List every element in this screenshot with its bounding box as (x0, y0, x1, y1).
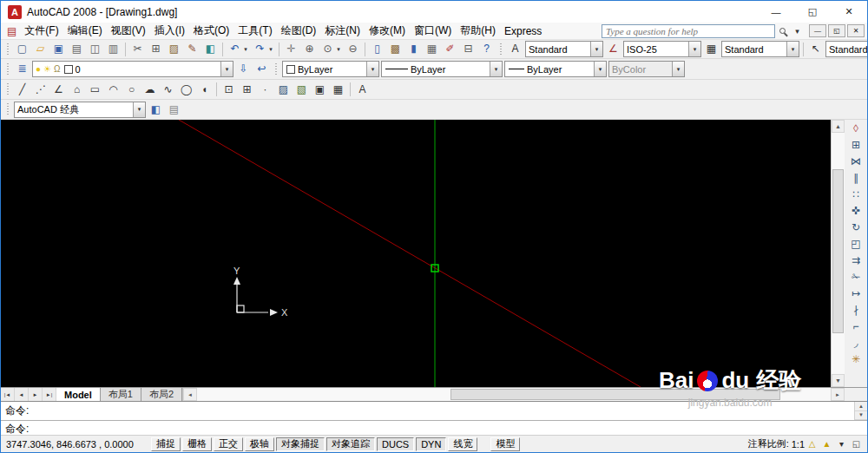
multileader-style-combo[interactable]: Standard ▾ (825, 41, 867, 57)
status-toggle-button[interactable]: DYN (416, 437, 446, 451)
combo-dropdown-arrow[interactable]: ▾ (133, 102, 145, 117)
dropdown-arrow-icon[interactable]: ▾ (267, 46, 274, 53)
toolbar-button[interactable]: ▭ (86, 82, 104, 98)
layer-freeze-sun-icon[interactable]: ☀ (43, 65, 51, 74)
save-workspace-button[interactable]: ▤ (165, 102, 183, 118)
vertical-scrollbar-track[interactable] (832, 133, 845, 374)
toolbar-button[interactable]: ▦ (423, 41, 441, 57)
toolbar-button[interactable]: ↶ ▾ (226, 41, 251, 57)
command-window[interactable]: 命令: 命令: ▲ ▼ (1, 401, 867, 435)
scroll-up-icon[interactable]: ▲ (832, 120, 845, 133)
horizontal-scrollbar-thumb[interactable] (450, 389, 780, 400)
menu-item[interactable]: 窗口(W) (410, 23, 456, 39)
minimize-button[interactable]: — (758, 1, 794, 23)
status-toggle-button[interactable]: 栅格 (182, 437, 212, 451)
layout-tab[interactable]: 布局2 (141, 388, 182, 401)
toolbar-button[interactable]: A (506, 41, 524, 57)
toolbar-button[interactable]: ↻ (847, 220, 865, 236)
scroll-right-icon[interactable]: ► (831, 388, 845, 401)
help-search-input[interactable]: Type a question for help (602, 24, 775, 38)
toolbar-button[interactable]: ◰ (847, 236, 865, 253)
mdi-minimize-button[interactable]: — (809, 24, 826, 37)
close-button[interactable]: ✕ (831, 1, 867, 23)
toolbar-button[interactable]: ⊞ (147, 41, 165, 57)
tab-nav-last-icon[interactable]: ►| (43, 388, 56, 401)
menu-item[interactable]: 帮助(H) (456, 23, 500, 39)
annotation-scale-value[interactable]: 1:1 (792, 439, 805, 450)
toolbar-button[interactable]: ∿ (159, 82, 177, 98)
menu-item[interactable]: 绘图(D) (277, 23, 321, 39)
toolbar-button[interactable]: ▮ (404, 41, 423, 57)
toolbar-button[interactable]: ╱ (13, 82, 31, 98)
menu-item[interactable]: 修改(M) (365, 23, 410, 39)
tab-nav-prev-icon[interactable]: ◄ (15, 388, 29, 401)
toolbar-button[interactable]: ◧ (201, 41, 220, 57)
layer-combo[interactable]: ● ☀ Ω 0 ▾ (32, 61, 233, 77)
status-toggle-button[interactable]: 捕捉 (151, 437, 181, 451)
menu-item[interactable]: 工具(T) (233, 23, 276, 39)
combo-dropdown-arrow[interactable]: ▾ (594, 62, 606, 76)
clean-screen-icon[interactable]: ◱ (849, 440, 864, 449)
menu-item[interactable]: 插入(I) (150, 23, 189, 39)
command-prompt-line[interactable]: 命令: (1, 420, 867, 435)
annotation-visibility-icon[interactable]: △ (805, 440, 819, 449)
command-scroll-up-icon[interactable]: ▲ (855, 402, 867, 411)
status-toggle-button[interactable]: 正交 (214, 437, 243, 451)
toolbar-button[interactable]: ✁ (847, 269, 865, 286)
toolbar-button[interactable]: ☁ (141, 82, 159, 98)
toolbar-button[interactable]: ⊡ (220, 82, 238, 98)
toolbar-button[interactable]: ∥ (847, 170, 865, 187)
layer-color-swatch[interactable] (64, 65, 73, 74)
combo-dropdown-arrow[interactable]: ▾ (366, 62, 378, 76)
status-toggle-button[interactable]: 对象捕捉 (276, 437, 325, 451)
toolbar-button[interactable]: ▯ (368, 41, 386, 57)
scroll-left-icon[interactable]: ◄ (183, 388, 197, 401)
lineweight-control-combo[interactable]: ByLayer ▾ (504, 61, 607, 77)
restore-button[interactable]: ◱ (794, 1, 831, 23)
toolbar-button[interactable]: ▣ (49, 41, 68, 57)
status-toggle-button[interactable]: 模型 (490, 437, 520, 451)
toolbar-grip[interactable] (6, 83, 10, 95)
command-history[interactable]: 命令: (1, 402, 867, 420)
toolbar-button[interactable]: ⋰ (31, 82, 49, 98)
toolbar-button[interactable]: ▤ (68, 41, 86, 57)
toolbar-grip[interactable] (499, 43, 503, 56)
toolbar-button[interactable]: ⊕ (300, 41, 319, 57)
command-scrollbar[interactable]: ▲ ▼ (854, 402, 867, 420)
toolbar-button[interactable]: ∠ (49, 82, 68, 98)
menu-item[interactable]: 格式(O) (189, 23, 233, 39)
layer-properties-manager-button[interactable]: ≣ (13, 61, 31, 77)
drawing-canvas[interactable]: Y X (1, 120, 831, 387)
scroll-down-icon[interactable]: ▼ (832, 374, 845, 387)
toolbar-button[interactable]: ∷ (847, 187, 865, 203)
toolbar-button[interactable]: ▨ (165, 41, 183, 57)
toolbar-button[interactable]: ⊙ ▾ (319, 41, 344, 57)
combo-dropdown-arrow[interactable]: ▾ (590, 42, 602, 56)
toolbar-button[interactable]: ? (477, 41, 496, 57)
text-style-combo[interactable]: Standard ▾ (525, 41, 603, 57)
status-toggle-button[interactable]: 极轴 (245, 437, 274, 451)
toolbar-button[interactable]: ○ (122, 82, 141, 98)
vertical-scrollbar[interactable]: ▲ ▼ (831, 120, 845, 387)
table-style-combo[interactable]: Standard ▾ (721, 41, 799, 57)
combo-dropdown-arrow[interactable]: ▾ (220, 62, 233, 76)
toolbar-button[interactable]: ⊟ (459, 41, 477, 57)
toolbar-button[interactable]: ✜ (847, 203, 865, 220)
toolbar-button[interactable]: ∠ (604, 41, 622, 57)
tab-nav-first-icon[interactable]: |◄ (1, 388, 15, 401)
toolbar-button[interactable]: ▨ (274, 82, 293, 98)
toolbar-grip[interactable] (6, 63, 10, 76)
status-toggle-button[interactable]: 线宽 (448, 437, 477, 451)
toolbar-button[interactable]: ⊖ (344, 41, 362, 57)
workspace-settings-button[interactable]: ◧ (147, 102, 165, 118)
horizontal-scrollbar[interactable]: ◄ ► (182, 388, 845, 401)
horizontal-scrollbar-track[interactable] (197, 388, 831, 401)
layout-tab[interactable]: Model (56, 388, 101, 401)
toolbar-button[interactable]: ✐ (441, 41, 459, 57)
status-toggle-button[interactable]: 对象追踪 (326, 437, 375, 451)
annotation-autoscale-icon[interactable]: ▲ (819, 440, 834, 449)
dim-style-combo[interactable]: ISO-25 ▾ (623, 41, 701, 57)
toolbar-button[interactable]: ◯ (177, 82, 195, 98)
menu-item[interactable]: Express (500, 23, 546, 39)
toolbar-button[interactable]: ✛ (282, 41, 300, 57)
